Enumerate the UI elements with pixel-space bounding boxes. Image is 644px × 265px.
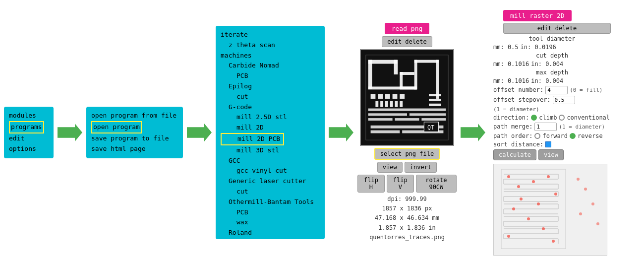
svg-point-50 — [537, 202, 540, 205]
list-item[interactable]: z theta scan — [221, 40, 320, 51]
list-item[interactable]: Generic laser cutter — [221, 176, 320, 187]
svg-rect-10 — [400, 72, 403, 89]
svg-point-42 — [547, 175, 550, 178]
svg-point-49 — [520, 198, 523, 200]
info-px: 1857 x 1836 px — [369, 204, 445, 213]
svg-rect-22 — [421, 118, 446, 121]
svg-rect-13 — [378, 94, 383, 99]
svg-point-45 — [527, 217, 530, 220]
svg-rect-15 — [393, 94, 398, 99]
svg-rect-24 — [380, 101, 383, 107]
offset-stepover-row: offset stepover: (1 = diameter) — [493, 96, 611, 113]
svg-rect-30 — [429, 99, 441, 101]
list-item[interactable]: cut — [221, 187, 320, 197]
view-result-button[interactable]: view — [538, 149, 564, 160]
svg-point-54 — [579, 212, 582, 215]
info-mm: 47.168 x 46.634 mm — [369, 213, 445, 223]
svg-rect-11 — [400, 87, 416, 90]
list-item[interactable]: GX-GS 24 vinyl cutters — [221, 238, 320, 239]
path-order-row: path order: forward reverse — [493, 132, 611, 139]
list-item-mill2dpcb[interactable]: mill 2D PCB — [221, 133, 284, 145]
path-merge-input[interactable] — [534, 123, 557, 131]
panel-program-menu: open program from file open program save… — [86, 107, 183, 158]
menu-item-save-program[interactable]: save program to file — [91, 133, 178, 144]
cd-in-label: in: 0.004 — [531, 61, 563, 67]
list-item[interactable]: wax — [221, 217, 320, 228]
svg-point-43 — [554, 193, 557, 196]
list-item[interactable]: Othermill-Bantam Tools — [221, 197, 320, 207]
svg-rect-29 — [429, 94, 441, 96]
menu-item-programs[interactable]: programs — [9, 121, 44, 133]
offset-number-input[interactable] — [545, 86, 568, 94]
reverse-radio[interactable] — [570, 133, 576, 139]
sort-distance-checkbox[interactable] — [545, 141, 551, 147]
menu-item-open-from-file[interactable]: open program from file — [91, 111, 178, 121]
pcb-image-display: QT — [360, 49, 454, 146]
arrow-2 — [183, 124, 216, 141]
path-merge-hint: (1 = diameter) — [559, 124, 605, 130]
tool-diameter-title: tool diameter — [493, 35, 611, 42]
list-item[interactable]: Roland — [221, 228, 320, 238]
list-item[interactable]: G-code — [221, 102, 320, 113]
md-in-label: in: 0.004 — [531, 77, 563, 84]
max-depth-title: max depth — [493, 69, 611, 76]
svg-rect-26 — [390, 101, 393, 107]
select-png-button[interactable]: select png file — [374, 148, 440, 160]
image-info: dpi: 999.99 1857 x 1836 px 47.168 x 46.6… — [369, 195, 445, 242]
svg-rect-17 — [368, 109, 446, 111]
list-item[interactable]: Carbide Nomad — [221, 61, 320, 71]
list-item[interactable]: cut — [221, 92, 320, 102]
view-button[interactable]: view — [377, 162, 403, 173]
menu-item-open-program[interactable]: open program — [91, 121, 142, 133]
svg-rect-3 — [368, 60, 398, 64]
offset-stepover-input[interactable] — [553, 96, 575, 104]
svg-rect-27 — [395, 101, 398, 107]
tool-diameter-mm-row: mm: 0.5 in: 0.0196 — [493, 44, 611, 51]
offset-stepover-hint: (1 = diameter) — [493, 106, 539, 113]
menu-item-options[interactable]: options — [9, 144, 49, 154]
list-item[interactable]: gcc vinyl cut — [221, 166, 320, 176]
list-item[interactable]: PCB — [221, 71, 320, 81]
rotate-button[interactable]: rotate 90CW — [416, 175, 457, 193]
td-mm-label: mm: 0.5 — [493, 44, 519, 51]
flip-h-button[interactable]: flip H — [357, 175, 385, 193]
sort-distance-row: sort distance: — [493, 141, 611, 148]
list-item[interactable]: mill 3D stl — [221, 145, 320, 156]
forward-radio[interactable] — [534, 133, 540, 139]
list-item[interactable]: machines — [221, 51, 320, 61]
cut-depth-row: mm: 0.1016 in: 0.004 — [493, 61, 611, 67]
edit-delete-button-2[interactable]: edit delete — [503, 23, 611, 34]
list-title: iterate — [221, 30, 320, 40]
list-item[interactable]: PCB — [221, 207, 320, 218]
flip-v-button[interactable]: flip V — [387, 175, 414, 193]
path-merge-label: path merge: — [493, 123, 532, 130]
edit-delete-button-1[interactable]: edit delete — [382, 36, 432, 47]
svg-point-41 — [532, 180, 535, 183]
menu-item-modules[interactable]: modules — [9, 111, 49, 121]
svg-rect-28 — [400, 101, 403, 107]
conventional-radio[interactable] — [559, 115, 565, 121]
svg-point-55 — [596, 222, 599, 225]
svg-rect-23 — [375, 101, 378, 107]
svg-point-39 — [507, 175, 510, 178]
invert-button[interactable]: invert — [405, 162, 437, 173]
list-item[interactable]: Epilog — [221, 81, 320, 92]
climb-radio[interactable] — [531, 115, 537, 121]
svg-rect-37 — [494, 164, 607, 256]
read-png-button[interactable]: read png — [385, 23, 430, 34]
list-item[interactable]: mill 2D — [221, 123, 320, 133]
path-order-label: path order: — [493, 132, 532, 139]
svg-rect-20 — [368, 118, 393, 121]
mill-raster-button[interactable]: mill raster 2D — [503, 10, 572, 21]
calculate-button[interactable]: calculate — [493, 149, 536, 160]
menu-item-save-html[interactable]: save html page — [91, 144, 178, 154]
svg-rect-8 — [436, 60, 439, 99]
list-item[interactable]: GCC — [221, 156, 320, 166]
sort-distance-label: sort distance: — [493, 141, 543, 148]
menu-item-edit[interactable]: edit — [9, 133, 49, 144]
offset-stepover-label: offset stepover: — [493, 96, 551, 103]
info-dpi: dpi: 999.99 — [369, 195, 445, 204]
calc-view-row: calculate view — [493, 149, 611, 160]
svg-point-40 — [517, 185, 520, 188]
list-item[interactable]: mill 2.5D stl — [221, 112, 320, 123]
